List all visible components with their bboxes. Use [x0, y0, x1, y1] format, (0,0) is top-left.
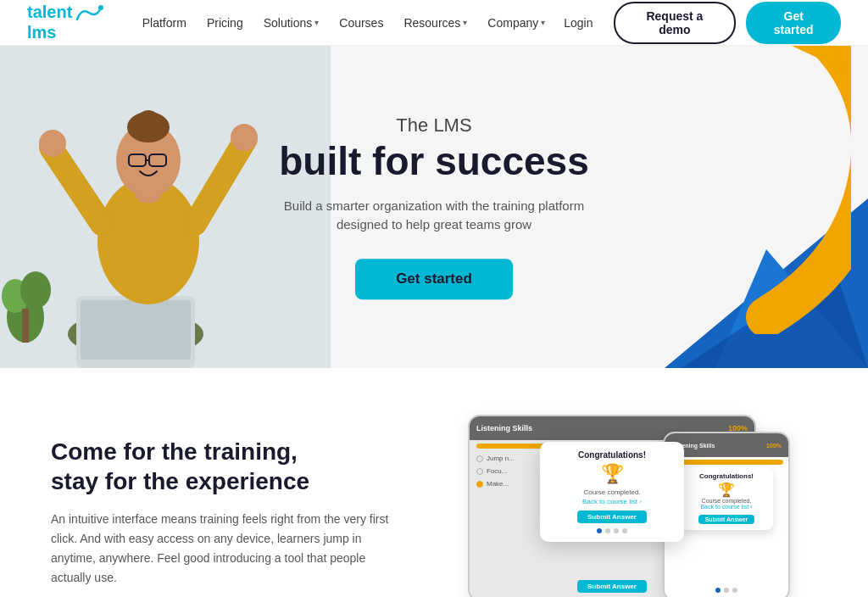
svg-point-12	[39, 130, 66, 157]
dot-4	[622, 528, 627, 533]
svg-point-0	[98, 5, 103, 10]
dot-2	[605, 528, 610, 533]
hero-arrow-decoration	[614, 46, 851, 338]
request-demo-button[interactable]: Request a demo	[614, 2, 737, 44]
submit-answer-button[interactable]: Submit Answer	[577, 511, 647, 523]
resources-chevron-icon: ▾	[463, 18, 467, 27]
hero-content: The LMS built for success Build a smarte…	[256, 114, 612, 299]
popup-dots	[548, 528, 676, 533]
phone-dot-1	[715, 588, 721, 593]
nav-company[interactable]: Company ▾	[479, 13, 554, 33]
hero-section: The LMS built for success Build a smarte…	[0, 46, 868, 368]
experience-text: Come for the training,stay for the exper…	[51, 437, 390, 588]
radio-1	[476, 455, 483, 462]
main-nav: Platform Pricing Solutions ▾ Courses Res…	[134, 13, 554, 33]
dot-3	[614, 528, 619, 533]
solutions-chevron-icon: ▾	[314, 18, 319, 27]
phone-progress-fill	[670, 460, 783, 465]
hero-title: built for success	[256, 140, 612, 183]
hero-subtitle: The LMS	[256, 114, 612, 137]
mockup-screens: Listening Skills 100% Jump n... Focu...	[468, 415, 790, 597]
nav-solutions[interactable]: Solutions ▾	[255, 13, 328, 33]
trophy-icon: 🏆	[548, 463, 676, 485]
nav-pricing[interactable]: Pricing	[198, 13, 252, 33]
hero-description: Build a smarter organization with the tr…	[256, 197, 612, 235]
congrats-popup-tablet: Congratulations! 🏆 Course completed. Bac…	[540, 442, 684, 542]
experience-description: An intuitive interface means training fe…	[51, 510, 390, 588]
experience-title: Come for the training,stay for the exper…	[51, 437, 390, 496]
mockup-area: Listening Skills 100% Jump n... Focu...	[441, 410, 817, 597]
phone-dots	[715, 588, 737, 593]
svg-point-13	[231, 124, 258, 151]
phone-dot-2	[724, 588, 729, 593]
header-actions: Login Request a demo Get started	[554, 2, 841, 44]
phone-dot-3	[732, 588, 737, 593]
svg-point-4	[20, 271, 51, 309]
svg-rect-5	[22, 309, 29, 343]
nav-resources[interactable]: Resources ▾	[395, 13, 476, 33]
svg-rect-8	[81, 300, 191, 360]
phone-progress: 100%	[766, 443, 782, 449]
login-button[interactable]: Login	[554, 11, 603, 35]
logo[interactable]: talentlms	[27, 3, 134, 42]
radio-3	[476, 481, 483, 488]
get-started-button-header[interactable]: Get started	[746, 2, 841, 44]
experience-section: Come for the training,stay for the exper…	[0, 368, 868, 597]
congrats-popup-phone: Congratulations! 🏆 Course completed. Bac…	[680, 467, 773, 530]
site-header: talentlms Platform Pricing Solutions ▾ C…	[0, 0, 868, 46]
company-chevron-icon: ▾	[541, 18, 545, 27]
nav-platform[interactable]: Platform	[134, 13, 195, 33]
tablet-submit-button[interactable]: Submit Answer	[577, 580, 647, 593]
phone-trophy-icon: 🏆	[685, 482, 768, 498]
dot-1	[597, 528, 602, 533]
svg-point-17	[136, 110, 160, 134]
nav-courses[interactable]: Courses	[331, 13, 392, 33]
submit-area-tablet: Submit Answer	[577, 575, 647, 593]
logo-talent: talentlms	[27, 3, 134, 42]
phone-progress-bar	[670, 460, 783, 465]
phone-submit-button[interactable]: Submit Answer	[698, 515, 755, 524]
hero-get-started-button[interactable]: Get started	[355, 259, 513, 299]
radio-2	[476, 468, 483, 475]
